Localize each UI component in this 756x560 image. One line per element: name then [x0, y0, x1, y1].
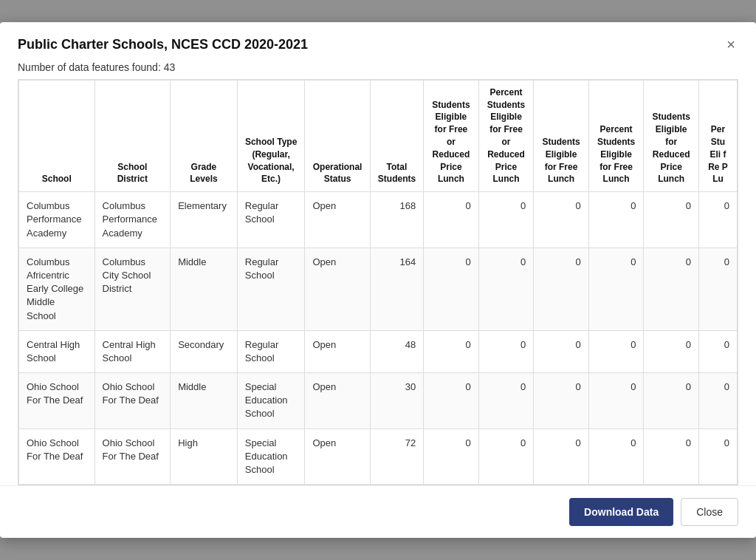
- cell-total: 72: [370, 428, 423, 485]
- cell-school: Ohio School For The Deaf: [19, 373, 95, 429]
- cell-col12: 0: [698, 330, 737, 372]
- col-header-free-students: Students Eligible for Free Lunch: [534, 80, 589, 191]
- cell-district: Columbus City School District: [94, 247, 171, 330]
- cell-district: Ohio School For The Deaf: [94, 373, 171, 429]
- cell-grade: Middle: [171, 373, 238, 429]
- cell-col10: 0: [588, 192, 644, 248]
- cell-type: Regular School: [237, 247, 305, 330]
- cell-col11: 0: [644, 192, 699, 248]
- cell-col9: 0: [534, 330, 589, 372]
- cell-grade: High: [171, 428, 238, 485]
- cell-col11: 0: [644, 428, 699, 485]
- col-header-district: School District: [94, 80, 171, 191]
- cell-type: Regular School: [237, 330, 305, 372]
- cell-status: Open: [305, 247, 370, 330]
- footer-close-button[interactable]: Close: [681, 498, 738, 526]
- cell-district: Central High School: [94, 330, 171, 372]
- cell-col9: 0: [534, 428, 589, 485]
- modal-close-button[interactable]: ×: [724, 37, 738, 52]
- cell-total: 30: [370, 373, 423, 429]
- cell-col10: 0: [588, 373, 644, 429]
- cell-grade: Elementary: [171, 192, 238, 248]
- cell-school: Columbus Performance Academy: [19, 192, 95, 248]
- cell-col7: 0: [424, 247, 479, 330]
- col-header-free-percent: Percent Students Eligible for Free Lunch: [588, 80, 644, 191]
- col-header-free-reduced-students: Students Eligible for Free or Reduced Pr…: [424, 80, 479, 191]
- cell-col12: 0: [698, 373, 737, 429]
- modal-header: Public Charter Schools, NCES CCD 2020-20…: [0, 22, 756, 52]
- modal: Public Charter Schools, NCES CCD 2020-20…: [0, 22, 756, 538]
- table-body: Columbus Performance AcademyColumbus Per…: [19, 192, 738, 485]
- cell-school: Ohio School For The Deaf: [19, 428, 95, 485]
- cell-type: Special Education School: [237, 373, 305, 429]
- col-header-school: School: [19, 80, 95, 191]
- table-row: Columbus Africentric Early College Middl…: [19, 247, 738, 330]
- cell-col8: 0: [478, 330, 534, 372]
- cell-col10: 0: [588, 428, 644, 485]
- cell-total: 168: [370, 192, 423, 248]
- cell-col7: 0: [424, 330, 479, 372]
- cell-status: Open: [305, 373, 370, 429]
- cell-col7: 0: [424, 192, 479, 248]
- cell-status: Open: [305, 428, 370, 485]
- cell-col8: 0: [478, 373, 534, 429]
- table-row: Columbus Performance AcademyColumbus Per…: [19, 192, 738, 248]
- cell-col8: 0: [478, 428, 534, 485]
- cell-col12: 0: [698, 192, 737, 248]
- cell-col9: 0: [534, 247, 589, 330]
- cell-col7: 0: [424, 428, 479, 485]
- download-button[interactable]: Download Data: [569, 498, 673, 526]
- cell-col9: 0: [534, 192, 589, 248]
- table-row: Central High SchoolCentral High SchoolSe…: [19, 330, 738, 372]
- cell-status: Open: [305, 192, 370, 248]
- table-container: School School District Grade Levels Scho…: [18, 79, 738, 485]
- cell-grade: Secondary: [171, 330, 238, 372]
- cell-district: Ohio School For The Deaf: [94, 428, 171, 485]
- cell-col11: 0: [644, 373, 699, 429]
- cell-total: 48: [370, 330, 423, 372]
- modal-title: Public Charter Schools, NCES CCD 2020-20…: [18, 37, 308, 52]
- col-header-reduced-percent: Per Stu Eli f Re P Lu: [698, 80, 737, 191]
- cell-status: Open: [305, 330, 370, 372]
- table-row: Ohio School For The DeafOhio School For …: [19, 428, 738, 485]
- cell-grade: Middle: [171, 247, 238, 330]
- col-header-status: Operational Status: [305, 80, 370, 191]
- table-header-row: School School District Grade Levels Scho…: [19, 80, 738, 191]
- cell-col8: 0: [478, 247, 534, 330]
- cell-total: 164: [370, 247, 423, 330]
- cell-col11: 0: [644, 330, 699, 372]
- cell-col10: 0: [588, 247, 644, 330]
- cell-type: Regular School: [237, 192, 305, 248]
- modal-footer: Download Data Close: [0, 485, 756, 538]
- cell-col12: 0: [698, 428, 737, 485]
- cell-col12: 0: [698, 247, 737, 330]
- col-header-reduced-students: Students Eligible for Reduced Price Lunc…: [644, 80, 699, 191]
- col-header-total: Total Students: [370, 80, 423, 191]
- data-table: School School District Grade Levels Scho…: [18, 80, 738, 485]
- col-header-grade: Grade Levels: [171, 80, 238, 191]
- modal-overlay: Public Charter Schools, NCES CCD 2020-20…: [0, 0, 756, 560]
- col-header-free-reduced-percent: Percent Students Eligible for Free or Re…: [478, 80, 534, 191]
- cell-col9: 0: [534, 373, 589, 429]
- record-count: Number of data features found: 43: [0, 52, 756, 79]
- cell-col7: 0: [424, 373, 479, 429]
- cell-col8: 0: [478, 192, 534, 248]
- cell-type: Special Education School: [237, 428, 305, 485]
- cell-col10: 0: [588, 330, 644, 372]
- cell-col11: 0: [644, 247, 699, 330]
- cell-district: Columbus Performance Academy: [94, 192, 171, 248]
- table-row: Ohio School For The DeafOhio School For …: [19, 373, 738, 429]
- cell-school: Columbus Africentric Early College Middl…: [19, 247, 95, 330]
- cell-school: Central High School: [19, 330, 95, 372]
- col-header-type: School Type (Regular, Vocational, Etc.): [237, 80, 305, 191]
